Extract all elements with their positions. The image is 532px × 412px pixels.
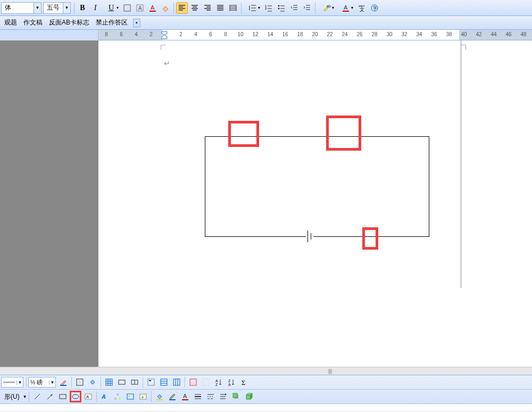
align-right-button[interactable] [202,2,213,14]
font-color-button-draw[interactable]: A [179,391,191,402]
margin-corner-icon [161,45,166,50]
pinyin-button[interactable]: wén文 [356,2,368,14]
distribute-button[interactable] [227,2,239,14]
picture-button[interactable] [137,391,149,402]
font-color-button[interactable]: A [147,2,159,14]
oval-tool-button[interactable] [70,391,81,402]
svg-rect-28 [190,379,196,385]
menu-ab-mark[interactable]: 反面AB卡标志 [46,17,93,29]
distribute-icon [229,4,237,12]
clear-format-button[interactable] [160,2,171,14]
line-style-dropdown[interactable]: ▼ [1,377,23,388]
line-tool-button[interactable] [31,391,43,402]
borders-button[interactable] [74,376,86,388]
separator [96,391,97,402]
svg-rect-19 [60,385,66,386]
autoformat-button[interactable] [187,376,199,388]
border-color-button[interactable] [57,376,69,388]
char-border-button[interactable]: A [134,2,146,14]
line-color-button[interactable] [167,391,178,402]
font-name-value: 体 [2,3,34,12]
separator [143,377,143,388]
indent-marker[interactable] [161,31,168,39]
ruler-corner [0,30,98,40]
svg-marker-17 [162,35,167,39]
svg-rect-46 [127,394,134,399]
border-button[interactable] [121,2,133,14]
line-spacing-button[interactable] [244,2,262,14]
borders-icon [76,378,84,386]
scrollbar-thumb[interactable] [328,369,332,374]
sort-asc-button[interactable]: AZ [213,376,225,388]
menu-no-answer-zone[interactable]: 禁止作答区 [93,17,131,29]
align-justify-button[interactable] [214,2,226,14]
distribute-cols-button[interactable] [171,376,182,388]
3d-button[interactable] [243,391,255,402]
split-cells-button[interactable] [129,376,140,388]
paragraph-mark-icon: ↵ [164,59,170,68]
shading-button[interactable] [87,376,98,388]
annotation-highlight-2 [326,116,361,151]
ruler-area: 8 6 4 2 2 4 6 8 10 12 14 16 18 20 22 24 … [0,30,532,40]
insert-table-button[interactable] [103,376,115,388]
merge-cells-button[interactable] [116,376,128,388]
italic-button[interactable]: I [89,2,101,14]
numbered-list-button[interactable]: 12 [263,2,275,14]
underline-button[interactable]: U [102,2,120,14]
align-left-button[interactable] [176,2,188,14]
align-button[interactable] [145,376,157,388]
font-name-dropdown[interactable]: 体 ▼ [1,2,41,14]
fill-color-button[interactable] [154,391,165,402]
autoshapes-menu[interactable]: 形(U) [1,391,23,403]
separator [315,3,315,13]
dash-style-button[interactable] [205,391,217,402]
circuit-rectangle [205,136,429,237]
line-style-button[interactable] [192,391,204,402]
chevron-down-icon: ▼ [16,380,23,385]
highlight-button[interactable]: ab [318,2,336,14]
svg-text:Z: Z [228,379,231,383]
document-page[interactable]: ↵ [98,40,532,367]
menu-zuowengao[interactable]: 作文稿 [20,17,46,29]
decrease-indent-button[interactable] [288,2,300,14]
circuit-drawing[interactable] [205,136,431,240]
horizontal-ruler[interactable]: 8 6 4 2 2 4 6 8 10 12 14 16 18 20 22 24 … [98,30,532,40]
textbox-tool-button[interactable]: A [82,391,94,402]
svg-point-50 [144,395,145,396]
diagram-button[interactable] [112,391,123,402]
line-weight-dropdown[interactable]: ½ 磅 ▼ [28,377,56,388]
align-right-icon [203,4,212,12]
distribute-rows-icon [160,378,168,386]
svg-rect-21 [106,379,112,385]
arrow-style-button[interactable] [218,391,229,402]
sort-desc-button[interactable]: ZA [226,376,237,388]
menu-guanti[interactable]: 观题 [1,17,20,29]
ruler-tick: 28 [371,31,377,37]
clipart-button[interactable] [124,391,136,402]
enclose-char-button[interactable]: 字 [369,2,380,14]
ruler-tick: 24 [342,31,347,37]
svg-rect-51 [156,399,163,400]
bold-button[interactable]: B [77,2,88,14]
arrow-tool-button[interactable] [44,391,56,402]
distribute-rows-button[interactable] [158,376,170,388]
shadow-button[interactable] [230,391,242,402]
char-border-icon: A [136,4,144,12]
hide-gridlines-button[interactable] [200,376,212,388]
rectangle-tool-button[interactable] [57,391,69,402]
wordart-button[interactable]: A [99,391,111,402]
svg-rect-4 [149,11,156,12]
separator [74,3,74,13]
ruler-tick: 36 [431,31,437,37]
increase-indent-icon [303,4,311,12]
align-center-button[interactable] [189,2,201,14]
font-color-button-2[interactable]: A [337,2,355,14]
toolbar-options-icon[interactable]: ▾ [133,19,140,27]
sigma-icon: Σ [240,378,248,386]
autosum-button[interactable]: Σ [238,376,250,388]
bullet-list-button[interactable] [276,2,287,14]
svg-rect-11 [343,11,349,12]
separator [173,3,174,13]
increase-indent-button[interactable] [301,2,313,14]
font-size-dropdown[interactable]: 五号 ▼ [43,2,71,14]
